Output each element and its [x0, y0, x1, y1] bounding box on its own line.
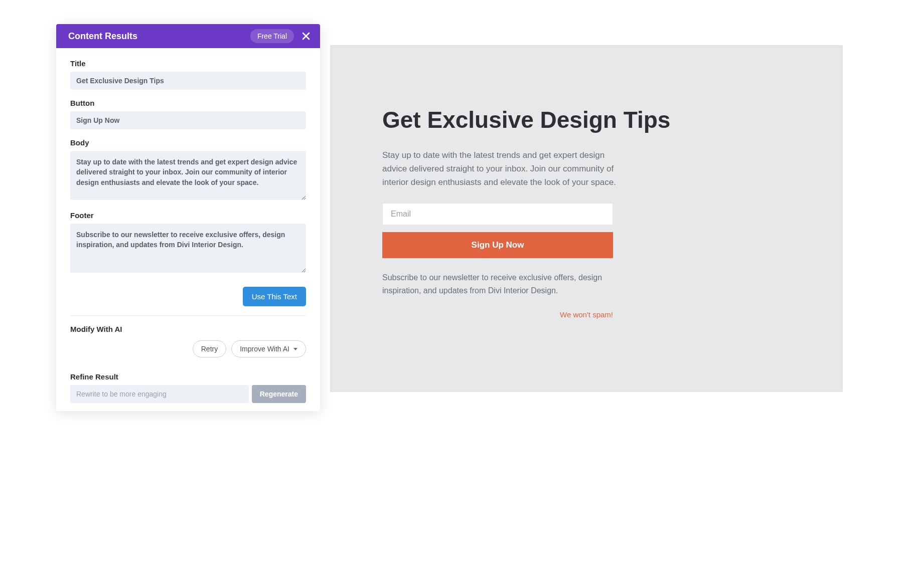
panel-header: Content Results Free Trial	[56, 24, 320, 48]
improve-with-ai-button[interactable]: Improve With AI	[231, 340, 306, 357]
preview-title: Get Exclusive Design Tips	[382, 105, 791, 135]
free-trial-button[interactable]: Free Trial	[250, 29, 294, 43]
panel-title: Content Results	[68, 31, 137, 42]
button-field-label: Button	[70, 99, 306, 107]
preview-footer-text: Subscribe to our newsletter to receive e…	[382, 271, 603, 297]
preview-body-text: Stay up to date with the latest trends a…	[382, 148, 618, 189]
preview-pane: Get Exclusive Design Tips Stay up to dat…	[330, 45, 843, 392]
retry-button-label: Retry	[201, 345, 218, 353]
chevron-down-icon	[293, 348, 297, 350]
sign-up-button[interactable]: Sign Up Now	[382, 232, 613, 258]
email-field[interactable]	[382, 203, 613, 225]
title-field-label: Title	[70, 59, 306, 68]
body-textarea[interactable]	[70, 151, 306, 200]
footer-textarea[interactable]	[70, 224, 306, 273]
use-this-text-button[interactable]: Use This Text	[243, 287, 306, 306]
footer-field-label: Footer	[70, 211, 306, 220]
refine-input[interactable]	[70, 385, 249, 403]
spam-note: We won't spam!	[382, 310, 613, 319]
body-field-label: Body	[70, 138, 306, 147]
improve-with-ai-label: Improve With AI	[240, 345, 289, 353]
regenerate-button[interactable]: Regenerate	[252, 385, 306, 403]
content-results-panel: Content Results Free Trial Title Button …	[56, 24, 320, 411]
title-input[interactable]	[70, 72, 306, 90]
retry-button[interactable]: Retry	[193, 340, 226, 357]
refine-result-label: Refine Result	[70, 372, 306, 381]
button-input[interactable]	[70, 111, 306, 129]
close-icon[interactable]	[300, 30, 312, 42]
modify-with-ai-label: Modify With AI	[70, 325, 306, 333]
